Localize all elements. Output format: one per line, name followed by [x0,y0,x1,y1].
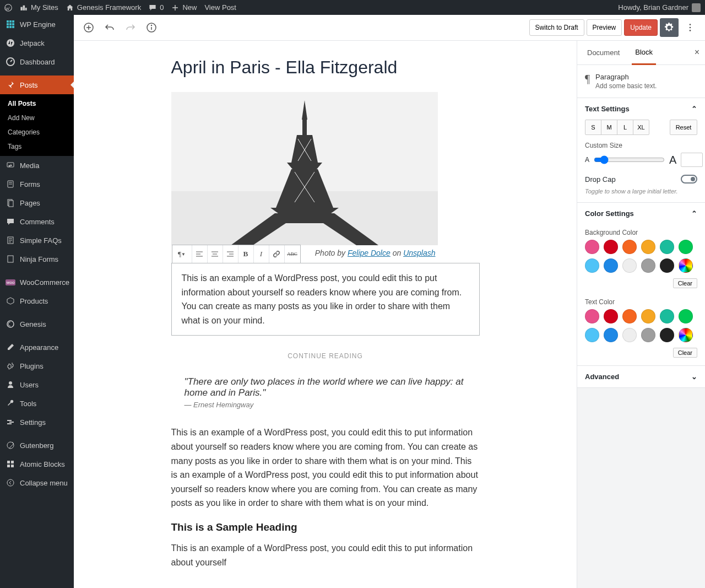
wp-logo[interactable] [4,4,12,12]
my-sites[interactable]: My Sites [20,3,58,12]
svg-rect-2 [23,5,25,10]
view-post-label: View Post [204,3,236,12]
svg-rect-3 [25,8,27,10]
svg-rect-1 [20,7,23,10]
site-name[interactable]: Genesis Framework [66,3,141,12]
new-label: New [182,3,197,12]
site-name-label: Genesis Framework [77,3,141,12]
my-sites-label: My Sites [31,3,58,12]
comments-link[interactable]: 0 [149,3,164,12]
howdy[interactable]: Howdy, Brian Gardner [618,3,701,12]
avatar [692,3,701,12]
comments-count: 0 [160,3,164,12]
view-post[interactable]: View Post [204,3,236,12]
new-link[interactable]: New [171,3,197,12]
howdy-label: Howdy, Brian Gardner [618,3,688,12]
